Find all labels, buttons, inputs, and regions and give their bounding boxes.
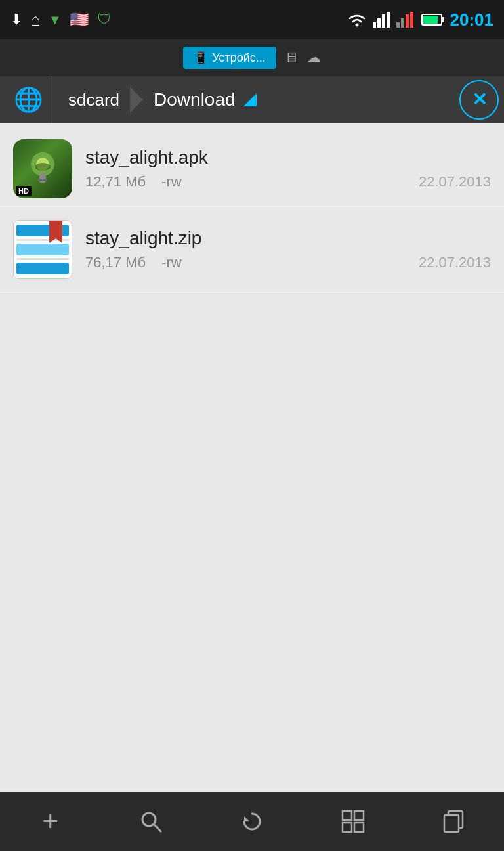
copy-icon [442,810,465,833]
device-tab-label: Устройс... [212,51,266,65]
svg-rect-23 [354,811,364,820]
signal-roaming-icon [396,12,416,28]
globe-icon: 🌐 [14,86,43,114]
zip-file-icon-wrapper [13,220,72,279]
zip-file-info: stay_alight.zip 76,17 Мб -rw 22.07.2013 [85,228,491,271]
monitor-icon[interactable]: 🖥 [284,49,299,66]
apk-file-size: 12,71 Мб [85,173,146,190]
svg-rect-11 [423,16,438,24]
grid-icon [341,810,365,833]
refresh-button[interactable] [232,802,272,841]
list-item[interactable]: HD stay_alight.apk 12,71 Мб -rw 22.07.20… [0,129,504,209]
svg-rect-18 [38,179,47,181]
zip-file-size: 76,17 Мб [85,254,146,271]
svg-rect-4 [387,12,390,28]
add-button[interactable]: + [31,802,70,841]
svg-rect-24 [343,823,352,832]
zip-file-date: 22.07.2013 [419,254,491,271]
breadcrumb-separator-icon [130,87,146,113]
apk-file-name: stay_alight.apk [85,147,491,168]
signal-icon [373,12,391,28]
zip-divider-2 [16,258,69,260]
zip-stripe-3 [16,263,69,274]
svg-rect-2 [377,18,381,28]
svg-marker-12 [130,87,143,113]
breadcrumb-corner-icon [243,93,257,106]
apk-file-date: 22.07.2013 [419,173,491,190]
list-item[interactable]: stay_alight.zip 76,17 Мб -rw 22.07.2013 [0,209,504,290]
apk-app-graphic [20,146,66,192]
svg-rect-6 [401,18,404,28]
svg-rect-22 [343,811,352,820]
status-bar-right: 20:01 [346,10,494,30]
zip-file-meta: 76,17 Мб -rw 22.07.2013 [85,254,491,271]
download-status-icon: ⬇ [10,11,22,28]
breadcrumb-bar: 🌐 sdcard Download ✕ [0,76,504,123]
apk-file-icon-wrapper: HD [13,139,72,198]
nav-bar: 📱 Устройс... 🖥 ☁ [0,39,504,76]
svg-rect-5 [396,22,400,28]
svg-rect-7 [406,14,409,28]
battery-icon [421,12,445,27]
flag-status-icon: 🇺🇸 [70,11,89,29]
device-tab[interactable]: 📱 Устройс... [183,47,276,69]
zip-icon [13,220,72,279]
svg-rect-8 [410,12,413,28]
status-bar: ⬇ ⌂ ▼ 🇺🇸 🛡 [0,0,504,39]
bottom-bar: + [0,792,504,851]
search-icon [139,810,163,833]
apk-icon: HD [13,139,72,198]
breadcrumb-globe-button[interactable]: 🌐 [5,76,52,123]
breadcrumb-close-button[interactable]: ✕ [459,80,499,120]
breadcrumb-download[interactable]: Download [146,89,241,110]
refresh-icon [240,810,264,833]
zip-file-perms: -rw [161,254,182,271]
breadcrumb-path: sdcard Download [52,76,454,123]
dropdown-status-icon: ▼ [49,12,62,28]
grid-button[interactable] [333,802,373,841]
svg-point-0 [355,24,358,27]
svg-point-16 [35,163,51,171]
add-icon: + [43,806,59,837]
apk-file-perms: -rw [161,173,182,190]
search-button[interactable] [131,802,171,841]
breadcrumb-sdcard[interactable]: sdcard [58,90,130,110]
file-list: HD stay_alight.apk 12,71 Мб -rw 22.07.20… [0,123,504,792]
svg-marker-21 [244,816,249,821]
apk-file-meta: 12,71 Мб -rw 22.07.2013 [85,173,491,190]
copy-button[interactable] [434,802,473,841]
status-time: 20:01 [450,10,494,30]
status-bar-left: ⬇ ⌂ ▼ 🇺🇸 🛡 [10,10,112,30]
wifi-icon [346,12,368,28]
zip-stripe-2 [16,244,69,255]
home-status-icon: ⌂ [30,10,41,30]
svg-rect-10 [442,17,444,22]
device-tab-icon: 📱 [194,51,208,65]
svg-rect-25 [354,823,364,832]
apk-file-info: stay_alight.apk 12,71 Мб -rw 22.07.2013 [85,147,491,190]
svg-rect-3 [382,14,385,28]
svg-rect-1 [373,22,376,28]
close-icon: ✕ [472,91,487,109]
zip-file-name: stay_alight.zip [85,228,491,249]
svg-marker-13 [243,93,257,106]
svg-rect-27 [444,815,459,832]
shield-status-icon: 🛡 [97,11,112,28]
svg-line-20 [154,825,161,831]
apk-hd-badge: HD [16,186,32,196]
cloud-icon[interactable]: ☁ [306,49,321,66]
